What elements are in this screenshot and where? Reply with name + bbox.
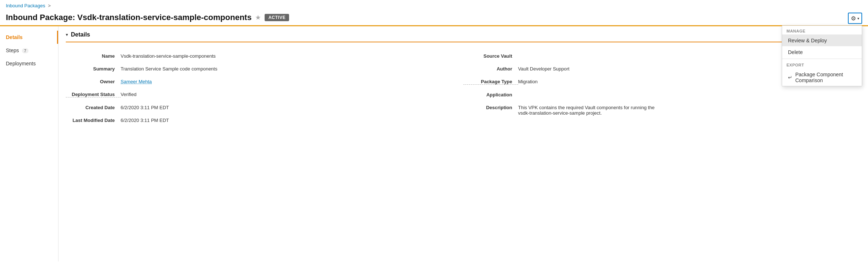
field-value-deployment-status: Verified: [121, 92, 136, 97]
breadcrumb-separator: >: [48, 3, 51, 8]
page-header: Inbound Package: Vsdk-translation-servic…: [0, 11, 868, 26]
section-title: Details: [71, 31, 90, 38]
field-value-author: Vault Developer Support: [518, 66, 570, 72]
field-value-owner[interactable]: Sameer Mehta: [121, 79, 152, 84]
page-title: Inbound Package: Vsdk-translation-servic…: [6, 13, 251, 22]
field-label-application: Application: [463, 92, 518, 97]
field-application: Application: [463, 88, 861, 101]
field-label-owner: Owner: [66, 79, 121, 84]
field-label-package-type: Package Type: [463, 79, 518, 85]
field-description: Description This VPK contains the requir…: [463, 101, 861, 119]
sidebar-item-deployments[interactable]: Deployments: [0, 57, 58, 70]
field-created-date: Created Date 6/2/2020 3:11 PM EDT: [66, 101, 463, 114]
gear-button-wrapper: ⚙ ▾ MANAGE Review & Deploy Delete EXPORT…: [848, 13, 862, 24]
chevron-down-icon: ▾: [857, 16, 859, 20]
field-value-created-date: 6/2/2020 3:11 PM EDT: [121, 105, 169, 110]
status-badge: ACTIVE: [265, 14, 289, 21]
gear-icon: ⚙: [851, 15, 856, 22]
section-toggle-icon: ▾: [66, 32, 68, 37]
details-grid: Name Vsdk-translation-service-sample-com…: [66, 42, 861, 127]
main-layout: Details Steps 7 Deployments ▾ Details Na…: [0, 26, 868, 261]
content-area: ▾ Details Name Vsdk-translation-service-…: [58, 26, 868, 261]
dropdown-item-review-deploy[interactable]: Review & Deploy: [782, 35, 862, 46]
field-owner: Owner Sameer Mehta: [66, 75, 463, 88]
field-label-author: Author: [463, 66, 518, 72]
star-icon[interactable]: ★: [255, 14, 261, 22]
field-label-created-date: Created Date: [66, 105, 121, 110]
dropdown-item-delete[interactable]: Delete: [782, 46, 862, 58]
field-label-source-vault: Source Vault: [463, 53, 518, 59]
sidebar-item-details[interactable]: Details: [0, 31, 58, 44]
manage-section-label: MANAGE: [782, 26, 862, 35]
field-value-summary: Translation Service Sample code componen…: [121, 66, 217, 72]
field-value-name: Vsdk-translation-service-sample-componen…: [121, 53, 216, 59]
field-value-description: This VPK contains the required Vault com…: [518, 105, 664, 116]
field-label-deployment-status: Deployment Status: [66, 92, 121, 97]
field-value-last-modified-date: 6/2/2020 3:11 PM EDT: [121, 118, 169, 123]
field-last-modified-date: Last Modified Date 6/2/2020 3:11 PM EDT: [66, 114, 463, 127]
field-label-name: Name: [66, 53, 121, 59]
gear-dropdown-menu: MANAGE Review & Deploy Delete EXPORT ↵ P…: [782, 26, 862, 87]
field-deployment-status: Deployment Status Verified: [66, 88, 463, 101]
dropdown-item-package-comparison[interactable]: ↵ Package Component Comparison: [782, 69, 862, 86]
export-section-label: EXPORT: [782, 60, 862, 69]
field-name: Name Vsdk-translation-service-sample-com…: [66, 50, 463, 62]
steps-badge: 7: [22, 48, 29, 53]
sidebar-item-steps[interactable]: Steps 7: [0, 44, 58, 57]
dropdown-divider: [782, 59, 862, 59]
field-label-description: Description: [463, 105, 518, 110]
gear-button[interactable]: ⚙ ▾: [848, 13, 862, 24]
breadcrumb-parent-link[interactable]: Inbound Packages: [6, 3, 45, 8]
sidebar: Details Steps 7 Deployments: [0, 26, 58, 261]
field-label-last-modified-date: Last Modified Date: [66, 118, 121, 123]
field-summary: Summary Translation Service Sample code …: [66, 62, 463, 75]
breadcrumb: Inbound Packages >: [0, 0, 868, 11]
field-label-summary: Summary: [66, 66, 121, 72]
external-link-icon: ↵: [788, 74, 792, 80]
details-section-header[interactable]: ▾ Details: [66, 26, 861, 42]
details-left-column: Name Vsdk-translation-service-sample-com…: [66, 50, 463, 127]
field-value-package-type: Migration: [518, 79, 538, 84]
